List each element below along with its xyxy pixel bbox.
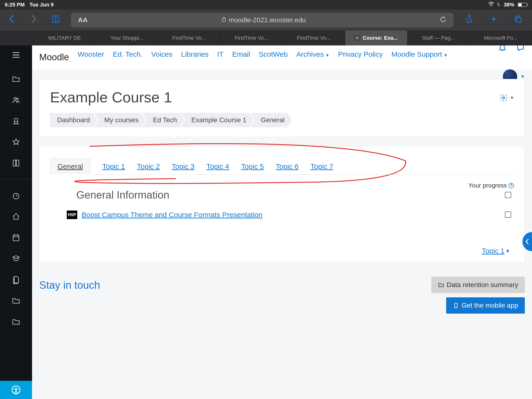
moodle-brand[interactable]: Moodle xyxy=(39,52,69,63)
mobile-app-button[interactable]: Get the mobile app xyxy=(446,297,525,314)
browser-tab[interactable]: Microsoft Fo... xyxy=(470,31,532,45)
page-footer: Stay in touch Data retention summary Get… xyxy=(32,270,532,315)
svg-point-10 xyxy=(16,387,17,388)
nav-support[interactable]: Moodle Support▼ xyxy=(391,50,448,58)
moodle-top-nav: Moodle Wooster Ed. Tech. Voices Librarie… xyxy=(32,45,532,70)
h5p-icon: H5P xyxy=(67,210,77,219)
crumb-mycourses[interactable]: My courses xyxy=(94,113,146,127)
safari-tabs: MILITARY DE Your Shoppi... FindTime Vo..… xyxy=(0,31,532,45)
crumb-course[interactable]: Example Course 1 xyxy=(181,113,253,127)
grades-icon[interactable] xyxy=(11,158,21,168)
nav-it[interactable]: IT xyxy=(217,50,224,58)
svg-point-0 xyxy=(491,6,491,6)
bookmarks-button[interactable] xyxy=(48,14,64,26)
crumb-dashboard[interactable]: Dashboard xyxy=(50,113,97,127)
activity-item: H5P Boost Campus Theme and Course Format… xyxy=(67,210,514,219)
nav-wooster[interactable]: Wooster xyxy=(78,50,104,58)
tab-topic6[interactable]: Topic 6 xyxy=(276,158,298,174)
tab-topic3[interactable]: Topic 3 xyxy=(172,158,195,174)
svg-point-6 xyxy=(14,118,18,122)
nav-libraries[interactable]: Libraries xyxy=(181,50,209,58)
url-bar[interactable]: AA moodle-2021.wooster.edu xyxy=(71,13,454,27)
tabs-button[interactable] xyxy=(510,15,527,25)
browser-tab-active[interactable]: ✕Course: Exa... xyxy=(345,31,408,45)
accessibility-button[interactable] xyxy=(0,381,32,399)
badges-icon[interactable] xyxy=(11,116,21,126)
svg-point-4 xyxy=(14,98,16,100)
data-retention-button[interactable]: Data retention summary xyxy=(431,277,525,293)
tab-topic7[interactable]: Topic 7 xyxy=(310,158,333,174)
battery-icon xyxy=(518,3,527,7)
url-text: moodle-2021.wooster.edu xyxy=(229,16,306,24)
section-heading: General Information xyxy=(76,189,514,201)
main-content: Moodle Wooster Ed. Tech. Voices Librarie… xyxy=(32,45,532,399)
tab-topic1[interactable]: Topic 1 xyxy=(102,158,125,174)
back-button[interactable] xyxy=(5,14,19,26)
browser-tab[interactable]: FindTime Vo... xyxy=(221,31,283,45)
messages-icon[interactable] xyxy=(516,45,525,53)
course-header: Example Course 1 ▼ Dashboard My courses … xyxy=(39,79,525,137)
nav-archives[interactable]: Archives▼ xyxy=(296,50,330,58)
nav-edtech[interactable]: Ed. Tech. xyxy=(113,50,143,58)
battery-percent: 38% xyxy=(504,2,514,8)
svg-point-5 xyxy=(17,98,19,100)
crumb-general[interactable]: General xyxy=(250,113,292,127)
course-content: General Topic 1 Topic 2 Topic 3 Topic 4 … xyxy=(39,146,525,262)
nav-voices[interactable]: Voices xyxy=(151,50,172,58)
close-tab-icon[interactable]: ✕ xyxy=(355,35,360,41)
menu-toggle-button[interactable] xyxy=(12,50,20,61)
browser-tab[interactable]: MILITARY DE xyxy=(33,31,96,45)
status-time: 6:25 PM xyxy=(5,2,25,8)
notifications-icon[interactable] xyxy=(498,45,507,53)
crumb-edtech[interactable]: Ed Tech xyxy=(142,113,184,127)
nav-email[interactable]: Email xyxy=(232,50,250,58)
completion-checkbox[interactable] xyxy=(505,192,511,198)
lock-icon xyxy=(222,16,226,24)
moodle-sidebar xyxy=(0,45,32,399)
wifi-icon xyxy=(488,2,494,8)
participants-icon[interactable] xyxy=(11,95,21,105)
chevron-down-icon: ▼ xyxy=(520,74,525,79)
next-topic-link[interactable]: Topic 1 xyxy=(482,247,510,255)
new-tab-button[interactable] xyxy=(485,15,502,25)
share-button[interactable] xyxy=(461,15,478,26)
browser-tab[interactable]: FindTime Vo... xyxy=(283,31,345,45)
text-size-button[interactable]: AA xyxy=(78,16,88,24)
status-date: Tue Jun 9 xyxy=(29,2,54,8)
folder-icon[interactable] xyxy=(11,74,21,84)
progress-label: Your progress xyxy=(468,182,514,189)
svg-point-11 xyxy=(503,97,505,99)
reload-button[interactable] xyxy=(440,16,446,24)
help-icon[interactable] xyxy=(508,183,514,189)
svg-rect-3 xyxy=(517,17,521,22)
topic-tabs: General Topic 1 Topic 2 Topic 3 Topic 4 … xyxy=(50,158,514,175)
folder2-icon[interactable] xyxy=(11,296,21,306)
calendar-icon[interactable] xyxy=(11,233,21,243)
ipad-status-bar: 6:25 PM Tue Jun 9 38% xyxy=(0,0,532,10)
files-icon[interactable] xyxy=(11,275,21,285)
browser-tab[interactable]: Staff — Pag... xyxy=(407,31,470,45)
course-settings-button[interactable]: ▼ xyxy=(499,94,514,102)
svg-rect-8 xyxy=(13,235,19,241)
folder3-icon[interactable] xyxy=(11,317,21,327)
breadcrumb: Dashboard My courses Ed Tech Example Cou… xyxy=(50,113,514,127)
course-title: Example Course 1 xyxy=(50,89,514,106)
browser-tab[interactable]: Your Shoppi... xyxy=(96,31,158,45)
browser-tab[interactable]: FindTime Vo... xyxy=(158,31,221,45)
courses-icon[interactable] xyxy=(11,253,21,264)
home-icon[interactable] xyxy=(11,211,21,222)
tab-topic2[interactable]: Topic 2 xyxy=(137,158,160,174)
tab-general[interactable]: General xyxy=(50,158,90,175)
activity-link[interactable]: Boost Campus Theme and Course Formats Pr… xyxy=(82,211,262,219)
competencies-icon[interactable] xyxy=(11,137,21,147)
moon-icon xyxy=(497,2,501,8)
tab-topic5[interactable]: Topic 5 xyxy=(241,158,264,174)
nav-scotweb[interactable]: ScotWeb xyxy=(259,50,288,58)
dashboard-icon[interactable] xyxy=(11,190,21,200)
completion-checkbox[interactable] xyxy=(505,211,511,218)
tab-topic4[interactable]: Topic 4 xyxy=(206,158,229,174)
safari-toolbar: AA moodle-2021.wooster.edu xyxy=(0,10,532,31)
forward-button[interactable] xyxy=(26,14,41,26)
svg-rect-1 xyxy=(222,19,226,22)
nav-privacy[interactable]: Privacy Policy xyxy=(338,50,383,58)
